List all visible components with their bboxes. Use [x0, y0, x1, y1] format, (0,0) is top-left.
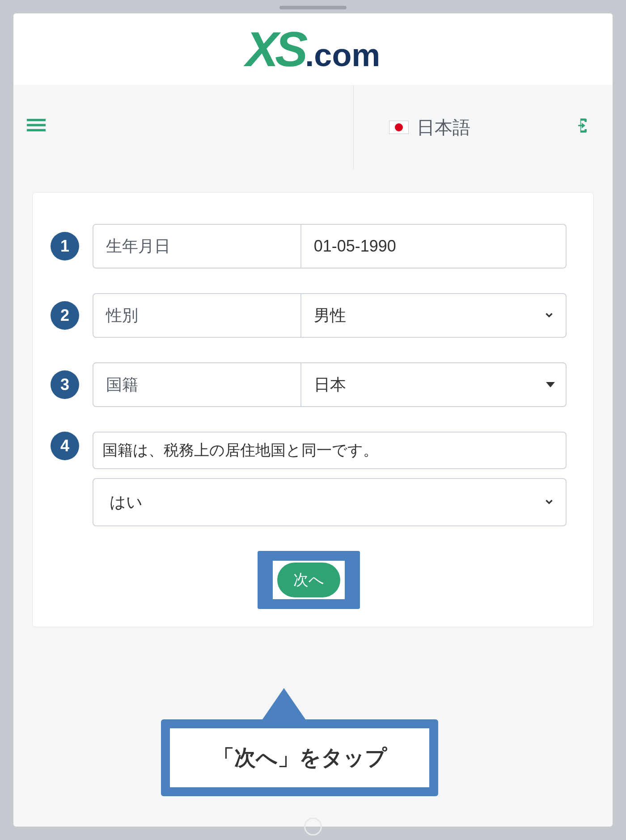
brand-logo: XS .com [246, 25, 381, 74]
svg-rect-1 [27, 124, 46, 126]
nationality-value-text: 日本 [314, 374, 346, 396]
language-label: 日本語 [417, 115, 470, 140]
row-gender: 2 性別 男性 [51, 293, 567, 338]
logo-dotcom-text: .com [305, 39, 380, 71]
language-selector[interactable]: 日本語 [389, 115, 470, 140]
row-residence-answer: はい [51, 478, 567, 526]
nationality-value[interactable]: 日本 [301, 363, 566, 406]
dob-label: 生年月日 [93, 225, 301, 268]
logo-bar: XS .com [13, 13, 613, 85]
chevron-down-icon [543, 306, 555, 325]
step-badge-1: 1 [51, 232, 79, 260]
callout-text: 「次へ」をタップ [170, 728, 429, 787]
nationality-label: 国籍 [93, 363, 301, 406]
next-button-wrap: 次へ [51, 551, 567, 609]
residence-answer-select[interactable]: はい [93, 478, 567, 526]
step-badge-3: 3 [51, 370, 79, 399]
app-screen: XS .com 日本語 1 生年月日 [13, 13, 613, 827]
row-residence-statement: 4 国籍は、税務上の居住地国と同一です。 [51, 432, 567, 469]
gender-value-text: 男性 [314, 305, 346, 327]
row-nationality: 3 国籍 日本 [51, 362, 567, 407]
residence-answer-text: はい [110, 491, 143, 513]
device-frame: XS .com 日本語 1 生年月日 [0, 0, 626, 840]
nationality-field[interactable]: 国籍 日本 [93, 362, 567, 407]
next-button[interactable]: 次へ [277, 563, 340, 597]
chevron-down-icon [543, 493, 555, 512]
menu-icon[interactable] [27, 116, 46, 139]
gender-value[interactable]: 男性 [301, 294, 566, 337]
step-badge-4: 4 [51, 432, 79, 460]
nav-bar: 日本語 [13, 85, 613, 170]
svg-rect-0 [27, 119, 46, 121]
residence-statement: 国籍は、税務上の居住地国と同一です。 [93, 432, 567, 469]
next-inner-box: 次へ [273, 561, 345, 599]
callout-box: 「次へ」をタップ [161, 719, 438, 796]
next-highlight-box: 次へ [258, 551, 360, 609]
gender-field[interactable]: 性別 男性 [93, 293, 567, 338]
nav-divider [353, 85, 354, 170]
logout-icon[interactable] [573, 117, 590, 138]
dob-value[interactable]: 01-05-1990 [301, 225, 566, 268]
svg-rect-2 [27, 129, 46, 131]
step-badge-2: 2 [51, 301, 79, 330]
row-dob: 1 生年月日 01-05-1990 [51, 224, 567, 269]
callout-arrow-icon [259, 688, 309, 724]
caret-down-icon [546, 382, 555, 387]
dob-field[interactable]: 生年月日 01-05-1990 [93, 224, 567, 269]
form-card: 1 生年月日 01-05-1990 2 性別 男性 [32, 192, 594, 627]
content-area: 1 生年月日 01-05-1990 2 性別 男性 [13, 170, 613, 627]
instruction-callout: 「次へ」をタップ [161, 719, 438, 796]
device-speaker [279, 6, 347, 9]
home-indicator [304, 818, 322, 836]
gender-label: 性別 [93, 294, 301, 337]
japan-flag-icon [389, 121, 409, 134]
logo-xs-text: XS [246, 25, 305, 74]
